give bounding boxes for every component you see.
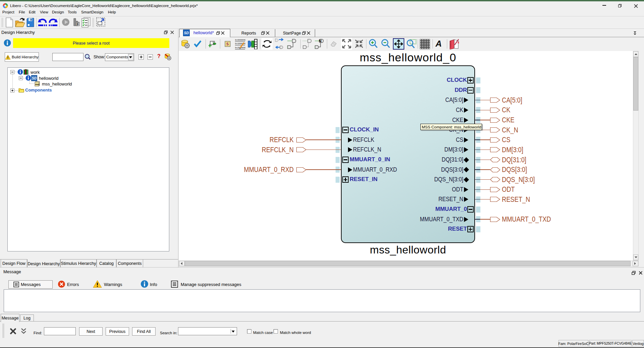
svg-text:mss: mss bbox=[35, 83, 40, 85]
svg-text:S: S bbox=[226, 42, 229, 46]
svg-text:N: N bbox=[319, 39, 321, 43]
svg-text:0x00000000: 0x00000000 bbox=[235, 39, 245, 41]
svg-text:F: F bbox=[77, 22, 79, 26]
